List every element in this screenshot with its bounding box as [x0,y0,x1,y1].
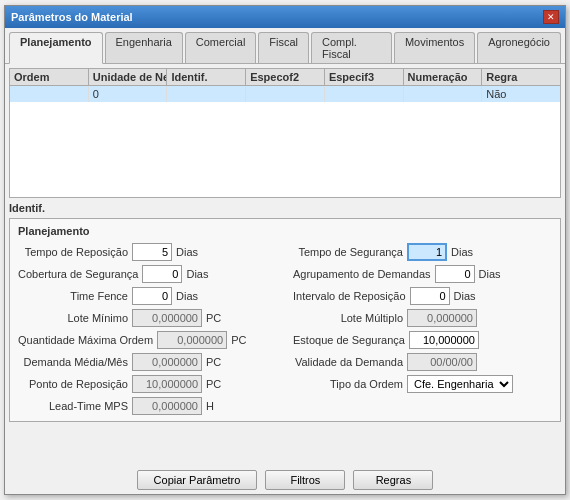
field-input [407,353,477,371]
field-label: Quantidade Máxima Ordem [18,334,153,346]
grid-cell [10,86,89,102]
grid-cell [246,86,325,102]
field-row-left-2: Time FenceDias [18,287,277,305]
window-controls: ✕ [543,10,559,24]
field-input [132,397,202,415]
field-unit: Dias [454,290,476,302]
field-label: Validade da Demanda [293,356,403,368]
title-bar: Parâmetros do Material ✕ [5,6,565,28]
field-label: Tempo de Segurança [293,246,403,258]
filters-button[interactable]: Filtros [265,470,345,490]
main-content: OrdemUnidade de NegócioIdentif.Especof2E… [5,64,565,464]
field-unit: PC [206,356,226,368]
field-row-right-4: Estoque de Segurança [293,331,552,349]
grid-cell [325,86,404,102]
identif-section: Identif. [9,202,561,214]
tab-planejamento[interactable]: Planejamento [9,32,103,64]
field-input [132,309,202,327]
close-button[interactable]: ✕ [543,10,559,24]
grid-cell [167,86,246,102]
field-row-left-0: Tempo de ReposiçãoDias [18,243,277,261]
tab-engenharia[interactable]: Engenharia [105,32,183,63]
section-title: Planejamento [18,225,552,237]
field-label: Tempo de Reposição [18,246,128,258]
field-label: Time Fence [18,290,128,302]
field-unit: Dias [451,246,473,258]
field-row-left-6: Ponto de ReposiçãoPC [18,375,277,393]
field-unit: Dias [176,290,198,302]
field-row-right-6: Tipo da OrdemCfe. Engenharia [293,375,552,393]
copy-param-button[interactable]: Copiar Parâmetro [137,470,258,490]
field-row-right-3: Lote Múltiplo [293,309,552,327]
identif-label: Identif. [9,200,45,216]
field-label: Lote Mínimo [18,312,128,324]
grid-cell: 0 [89,86,168,102]
field-input [132,353,202,371]
field-label: Intervalo de Reposição [293,290,406,302]
grid-col-header: Numeração [404,69,483,85]
planning-section: Planejamento Tempo de ReposiçãoDiasTempo… [9,218,561,422]
data-grid: OrdemUnidade de NegócioIdentif.Especof2E… [9,68,561,198]
field-row-left-4: Quantidade Máxima OrdemPC [18,331,277,349]
field-label: Agrupamento de Demandas [293,268,431,280]
tab-movimentos[interactable]: Movimentos [394,32,475,63]
field-row-right-2: Intervalo de ReposiçãoDias [293,287,552,305]
field-label: Tipo da Ordem [293,378,403,390]
window-title: Parâmetros do Material [11,11,133,23]
tab-compl.-fiscal[interactable]: Compl. Fiscal [311,32,392,63]
grid-col-header: Unidade de Negócio [89,69,168,85]
field-label: Ponto de Reposição [18,378,128,390]
field-row-right-5: Validade da Demanda [293,353,552,371]
field-input [407,309,477,327]
buttons-row: Copiar ParâmetroFiltrosRegras [5,464,565,494]
field-input[interactable] [407,243,447,261]
field-row-left-5: Demanda Média/MêsPC [18,353,277,371]
grid-col-header: Regra [482,69,560,85]
field-input[interactable] [132,243,172,261]
grid-header: OrdemUnidade de NegócioIdentif.Especof2E… [10,69,560,86]
field-input[interactable] [142,265,182,283]
field-input[interactable] [435,265,475,283]
field-label: Lote Múltiplo [293,312,403,324]
grid-col-header: Ordem [10,69,89,85]
field-row-right-0: Tempo de SegurançaDias [293,243,552,261]
tab-fiscal[interactable]: Fiscal [258,32,309,63]
grid-cell: Não [482,86,560,102]
field-input[interactable] [132,287,172,305]
grid-col-header: Especof2 [246,69,325,85]
tab-agronegócio[interactable]: Agronegócio [477,32,561,63]
field-row-right-1: Agrupamento de DemandasDias [293,265,552,283]
field-row-left-1: Cobertura de SegurançaDias [18,265,277,283]
field-input [132,375,202,393]
field-label: Cobertura de Segurança [18,268,138,280]
field-label: Estoque de Segurança [293,334,405,346]
main-window: Parâmetros do Material ✕ PlanejamentoEng… [4,5,566,495]
tab-comercial[interactable]: Comercial [185,32,257,63]
table-row[interactable]: 0Não [10,86,560,102]
field-unit: PC [231,334,251,346]
field-unit: PC [206,312,226,324]
grid-col-header: Especif3 [325,69,404,85]
field-input [157,331,227,349]
field-unit: Dias [186,268,208,280]
rules-button[interactable]: Regras [353,470,433,490]
field-row-left-3: Lote MínimoPC [18,309,277,327]
field-unit: H [206,400,226,412]
field-unit: Dias [176,246,198,258]
field-label: Lead-Time MPS [18,400,128,412]
tab-bar: PlanejamentoEngenhariaComercialFiscalCom… [5,28,565,64]
tipo-ordem-dropdown[interactable]: Cfe. Engenharia [407,375,513,393]
field-label: Demanda Média/Mês [18,356,128,368]
grid-cell [404,86,483,102]
field-unit: Dias [479,268,501,280]
grid-col-header: Identif. [167,69,246,85]
fields-grid: Tempo de ReposiçãoDiasTempo de Segurança… [18,243,552,415]
field-row-left-7: Lead-Time MPSH [18,397,277,415]
field-unit: PC [206,378,226,390]
field-input[interactable] [410,287,450,305]
field-input[interactable] [409,331,479,349]
